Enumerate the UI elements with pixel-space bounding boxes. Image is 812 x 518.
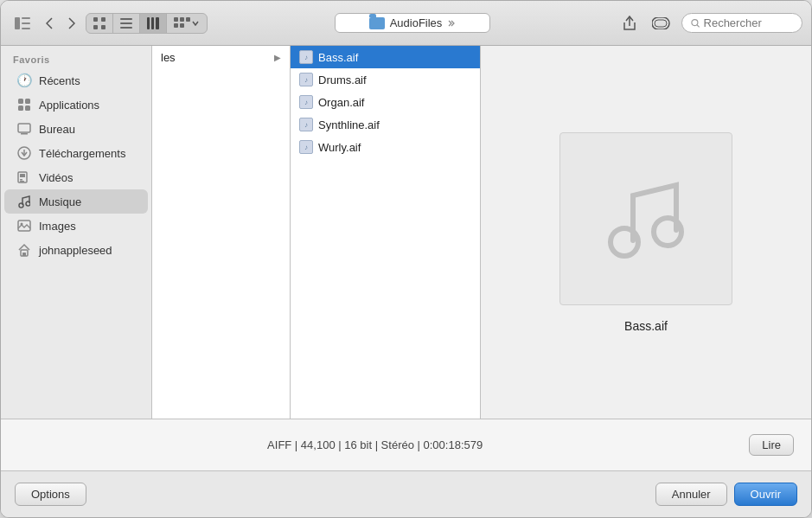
sidebar-item-label: Récents — [39, 74, 80, 87]
browser-area: les ▶ ♪ Bass.aif ♪ Drums.aif — [152, 46, 811, 419]
forward-icon — [68, 17, 75, 29]
svg-rect-40 — [22, 253, 26, 256]
sidebar-item-johnappleseed[interactable]: johnappleseed — [4, 238, 148, 262]
sidebar-toggle-button[interactable] — [10, 14, 35, 33]
cancel-button[interactable]: Annuler — [655, 483, 727, 506]
dropdown-chevron-icon — [191, 18, 200, 29]
list-item[interactable]: ♪ Wurly.aif — [291, 136, 480, 158]
toolbar: AudioFiles — [1, 1, 811, 46]
sidebar-item-musique[interactable]: Musique — [4, 189, 148, 214]
sidebar: Favoris 🕐 Récents Applications — [1, 46, 152, 419]
svg-rect-3 — [22, 28, 30, 29]
list-view-icon — [120, 17, 132, 29]
share-icon — [623, 16, 636, 31]
search-input[interactable] — [704, 16, 793, 29]
svg-rect-33 — [20, 179, 22, 181]
svg-rect-11 — [147, 17, 150, 29]
footer-left: Options — [15, 483, 86, 506]
sidebar-item-label: Vidéos — [39, 171, 74, 184]
list-view-button[interactable] — [113, 14, 140, 33]
svg-line-22 — [697, 24, 700, 27]
svg-point-35 — [19, 203, 23, 208]
list-item[interactable]: ♪ Organ.aif — [291, 91, 480, 113]
svg-rect-16 — [186, 17, 190, 22]
sidebar-item-label: Bureau — [39, 123, 75, 136]
tags-icon — [652, 17, 671, 29]
view-switcher — [86, 13, 208, 34]
images-icon — [16, 218, 32, 233]
svg-rect-4 — [93, 17, 98, 22]
col-item-label: Synthline.aif — [318, 118, 380, 131]
svg-rect-9 — [120, 22, 132, 24]
svg-rect-20 — [655, 20, 667, 27]
svg-rect-25 — [18, 106, 23, 111]
col-item-label: Bass.aif — [318, 51, 358, 64]
sidebar-item-label: Images — [39, 220, 76, 233]
svg-rect-18 — [180, 23, 184, 28]
svg-rect-5 — [101, 17, 105, 22]
list-item[interactable]: ♪ Bass.aif — [291, 46, 480, 68]
share-button[interactable] — [617, 12, 642, 35]
preview-pane: Bass.aif — [481, 46, 811, 419]
column-view-icon — [147, 17, 159, 29]
audio-file-icon: ♪ — [299, 95, 313, 109]
play-button[interactable]: Lire — [749, 434, 794, 456]
svg-rect-23 — [18, 99, 23, 104]
gallery-view-button[interactable] — [167, 14, 207, 33]
col-item-label: Organ.aif — [318, 96, 364, 109]
svg-rect-8 — [120, 18, 132, 20]
home-icon — [16, 242, 32, 258]
gallery-view-icon — [174, 17, 191, 29]
icon-view-icon — [93, 17, 105, 29]
svg-rect-17 — [174, 23, 178, 28]
icon-view-button[interactable] — [86, 14, 113, 33]
svg-rect-2 — [22, 22, 30, 24]
sidebar-item-recents[interactable]: 🕐 Récents — [4, 68, 148, 93]
sidebar-item-bureau[interactable]: Bureau — [4, 117, 148, 141]
audio-file-icon: ♪ — [299, 118, 313, 131]
musique-icon — [16, 194, 32, 209]
svg-rect-0 — [15, 17, 20, 29]
svg-rect-34 — [20, 181, 24, 182]
finder-window: AudioFiles — [0, 0, 812, 518]
toolbar-right — [617, 12, 802, 35]
preview-filename: Bass.aif — [624, 319, 668, 333]
svg-rect-14 — [174, 17, 178, 22]
svg-rect-1 — [22, 17, 30, 19]
svg-rect-15 — [180, 17, 184, 22]
expand-arrow-icon: ▶ — [274, 53, 281, 62]
sidebar-section-label: Favoris — [1, 54, 151, 68]
back-icon — [46, 17, 53, 29]
column-view-button[interactable] — [140, 14, 167, 33]
sidebar-item-videos[interactable]: Vidéos — [4, 165, 148, 189]
col-item-label: les — [161, 51, 176, 64]
options-button[interactable]: Options — [15, 483, 86, 506]
path-pill[interactable]: AudioFiles — [335, 13, 490, 33]
path-label: AudioFiles — [390, 16, 443, 29]
sidebar-item-images[interactable]: Images — [4, 214, 148, 238]
forward-button[interactable] — [63, 14, 80, 33]
audio-file-icon: ♪ — [299, 50, 313, 64]
sidebar-item-telechargements[interactable]: Téléchargements — [4, 141, 148, 165]
svg-rect-12 — [151, 17, 154, 29]
back-button[interactable] — [41, 14, 58, 33]
list-item[interactable]: ♪ Synthline.aif — [291, 113, 480, 136]
col-item-label: Wurly.aif — [318, 141, 361, 154]
svg-rect-6 — [93, 25, 98, 29]
sidebar-item-applications[interactable]: Applications — [4, 93, 148, 117]
audio-file-icon: ♪ — [299, 73, 313, 86]
applications-icon — [16, 97, 32, 112]
svg-point-21 — [692, 19, 698, 25]
search-field[interactable] — [681, 13, 802, 33]
tags-button[interactable] — [647, 14, 676, 33]
footer-right: Annuler Ouvrir — [655, 483, 797, 506]
open-button[interactable]: Ouvrir — [734, 483, 797, 506]
videos-icon — [16, 169, 32, 185]
recents-icon: 🕐 — [16, 73, 32, 88]
svg-rect-28 — [21, 133, 28, 135]
bureau-icon — [16, 121, 32, 137]
list-item[interactable]: les ▶ — [152, 46, 290, 68]
list-item[interactable]: ♪ Drums.aif — [291, 68, 480, 91]
folder-icon — [369, 17, 385, 29]
path-control: AudioFiles — [213, 13, 612, 33]
